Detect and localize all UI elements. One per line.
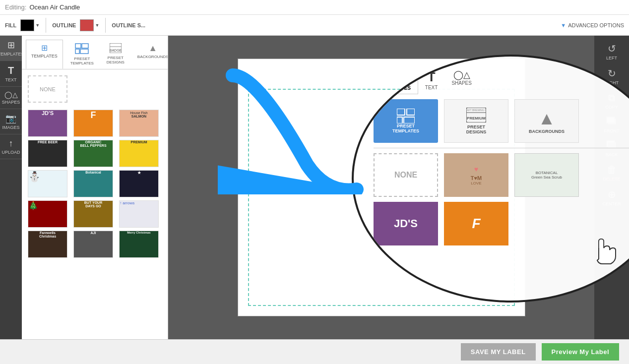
mag-none[interactable]: NONE (374, 153, 438, 197)
svg-rect-7 (397, 109, 405, 115)
template-thumb-5[interactable]: ORGANICBELL PEPPERS (73, 140, 113, 167)
sidebar-item-shapes[interactable]: ◯△ SHAPES (0, 87, 22, 109)
tab-templates-icon: ⊞ (41, 43, 48, 53)
template-thumb-13[interactable]: FarewellsChristmas (28, 231, 67, 258)
bottom-bar: SAVE MY LABEL Preview My Label (0, 339, 629, 364)
template-thumb-3[interactable]: House FishSALMON (119, 110, 159, 137)
outline-color-dropdown[interactable]: ▼ (80, 19, 99, 31)
panel-content: NONE JD'S F House FishSALMON FREE BEER (22, 69, 168, 264)
rotate-right-icon: ↻ (608, 67, 616, 79)
template-thumb-2[interactable]: F (73, 110, 113, 137)
tab-preset-templates[interactable]: PRESETTEMPLATES (65, 40, 99, 69)
sidebar-templates-label: TEMPLATES (0, 52, 24, 57)
header: Editing: Ocean Air Candle (0, 0, 629, 15)
mag-shapes-icon: ◯△ (453, 69, 470, 80)
save-button[interactable]: SAVE MY LABEL (461, 343, 536, 361)
mag-text-label: TEXT (425, 85, 438, 90)
none-label: NONE (40, 86, 56, 92)
text-icon: T (8, 65, 14, 76)
separator-2 (105, 18, 106, 33)
svg-rect-2 (75, 49, 79, 54)
template-thumb-14[interactable]: AJI (73, 231, 113, 258)
mag-shapes-label: SHAPES (451, 80, 472, 86)
fill-color-dropdown[interactable]: ▼ (20, 19, 40, 31)
fill-color-swatch[interactable] (20, 19, 34, 31)
template-thumb-1[interactable]: JD'S (28, 110, 67, 137)
mag-backgrounds-label: BACKGROUNDS (529, 129, 565, 134)
mag-preset-designs[interactable]: PREMIUMCRAFT BREWING CO. PRESETDESIGNS (444, 99, 508, 143)
separator-1 (46, 18, 46, 33)
editing-label: Editing: (5, 3, 26, 11)
mag-orange[interactable]: F (444, 202, 508, 245)
template-thumb-10[interactable]: 🎄 (28, 200, 67, 228)
tab-preset-icon (75, 43, 89, 56)
mag-backgrounds[interactable]: ▲ BACKGROUNDS (514, 99, 579, 143)
rotate-left-label: LEFT (606, 56, 617, 61)
tab-preset-templates-label: PRESETTEMPLATES (70, 57, 94, 65)
tab-preset-designs[interactable]: BADGE PRESETDESIGNS (101, 40, 130, 69)
template-panel: ⊞ TEMPLATES PRESETTEMPLATES BADGE PRESET… (22, 36, 168, 339)
outline-dropdown-arrow[interactable]: ▼ (95, 23, 99, 28)
template-thumb-8[interactable]: Botanical (73, 170, 113, 197)
sidebar-item-images[interactable]: 📷 IMAGES (0, 109, 22, 134)
mag-preset-templates-label: PRESETTEMPLATES (392, 123, 419, 133)
template-thumb-6[interactable]: PREMIUM (119, 140, 159, 167)
mag-tm-wedding[interactable]: ♥ T♥M LOVE (444, 153, 508, 197)
outline-s-label: OUTLINE S... (112, 22, 145, 28)
mag-divider (374, 148, 629, 148)
template-thumb-7[interactable]: ⛄ (28, 170, 67, 197)
outline-color-swatch[interactable] (80, 19, 94, 31)
template-thumb-4[interactable]: FREE BEER (28, 140, 67, 167)
mag-text-icon: T (428, 69, 436, 85)
rotate-left-btn[interactable]: ↺ LEFT (598, 40, 626, 63)
none-template[interactable]: NONE (28, 75, 67, 103)
preview-button[interactable]: Preview My Label (542, 343, 619, 361)
outline-label: OUTLINE (52, 22, 76, 28)
sidebar-item-upload[interactable]: ↑ UPLOAD (0, 134, 22, 159)
rotate-left-icon: ↺ (608, 43, 616, 55)
tab-templates[interactable]: ⊞ TEMPLATES (26, 40, 63, 69)
sidebar-images-label: IMAGES (2, 125, 19, 130)
sidebar-upload-label: UPLOAD (2, 150, 20, 155)
canvas-area: ⊞ TEMPLATES T TEXT ◯△ SHAPES PRESETTEMPL… (168, 36, 594, 339)
svg-rect-0 (75, 44, 81, 48)
mag-botanical[interactable]: BOTANICALGreen Sea Scrub (514, 153, 579, 197)
mag-preset-templates[interactable]: PRESETTEMPLATES (374, 99, 438, 143)
tab-backgrounds[interactable]: ▲ BACKGROUNDS (132, 40, 168, 69)
svg-text:CRAFT BREWING CO.: CRAFT BREWING CO. (466, 109, 486, 112)
svg-rect-9 (397, 117, 402, 123)
advanced-arrow-icon: ▼ (561, 22, 566, 28)
advanced-options-btn[interactable]: ▼ ADVANCED OPTIONS (561, 22, 624, 28)
shapes-icon: ◯△ (4, 91, 18, 99)
template-thumb-15[interactable]: Merry Christmas (119, 231, 159, 258)
fill-label: FILL (5, 22, 16, 28)
template-thumb-11[interactable]: BUT YOURDAYS GO (73, 200, 113, 228)
template-grid: JD'S F House FishSALMON FREE BEER ORGANI… (26, 108, 164, 260)
document-title: Ocean Air Candle (29, 3, 80, 11)
svg-text:PREMIUM: PREMIUM (467, 116, 486, 121)
tab-templates-label: TEMPLATES (31, 54, 58, 59)
svg-rect-1 (82, 44, 88, 48)
sidebar-item-text[interactable]: T TEXT (0, 61, 22, 87)
tab-preset-designs-label: PRESETDESIGNS (107, 56, 125, 64)
mag-backgrounds-icon: ▲ (538, 108, 556, 129)
mag-preset-designs-label: PRESETDESIGNS (466, 124, 487, 134)
templates-icon: ⊞ (7, 40, 15, 51)
advanced-options-label: ADVANCED OPTIONS (568, 22, 624, 28)
svg-rect-8 (407, 109, 415, 115)
panel-tabs: ⊞ TEMPLATES PRESETTEMPLATES BADGE PRESET… (22, 36, 168, 69)
sidebar-item-templates[interactable]: ⊞ TEMPLATES (0, 36, 22, 61)
left-sidebar: ⊞ TEMPLATES T TEXT ◯△ SHAPES 📷 IMAGES ↑ … (0, 36, 22, 339)
mag-tab-shapes[interactable]: ◯△ SHAPES (444, 66, 479, 94)
svg-rect-10 (404, 117, 415, 123)
svg-rect-3 (80, 49, 88, 54)
template-thumb-9[interactable]: ★ (119, 170, 159, 197)
sidebar-shapes-label: SHAPES (2, 100, 20, 105)
mag-jds[interactable]: JD'S (374, 202, 438, 245)
svg-text:BADGE: BADGE (110, 49, 122, 52)
main-area: ⊞ TEMPLATES T TEXT ◯△ SHAPES 📷 IMAGES ↑ … (0, 36, 629, 339)
template-thumb-12[interactable]: ↑ arrows (119, 200, 159, 228)
sidebar-text-label: TEXT (5, 77, 16, 82)
fill-dropdown-arrow[interactable]: ▼ (35, 23, 40, 28)
images-icon: 📷 (5, 113, 16, 124)
